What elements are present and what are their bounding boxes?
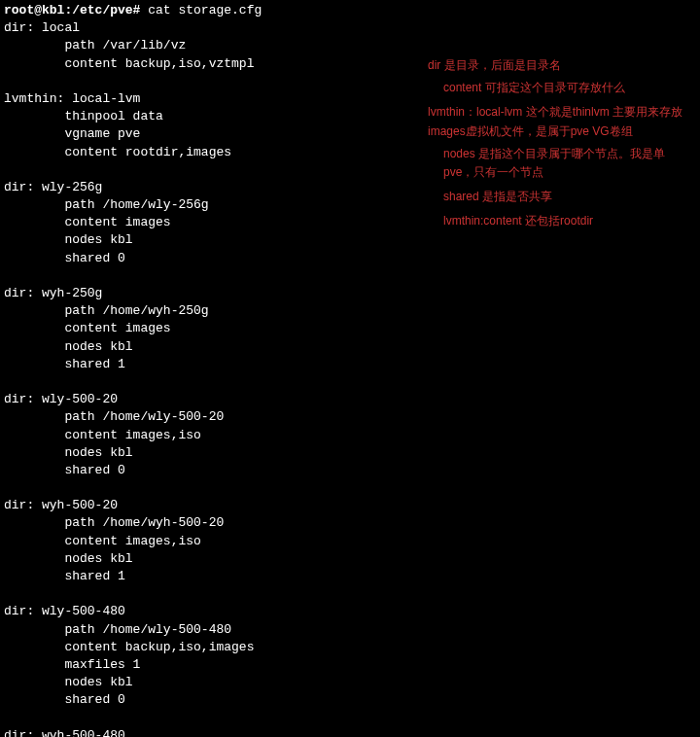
annotation-lvmthin: lvmthin：local-lvm 这个就是thinlvm 主要用来存放imag… (428, 103, 690, 140)
annotation-shared: shared 是指是否共享 (428, 188, 690, 206)
annotation-content: content 可指定这个目录可存放什么 (428, 79, 690, 97)
annotation-lvmthin-content: lvmthin:content 还包括rootdir (428, 212, 690, 230)
annotations-panel: dir 是目录，后面是目录名 content 可指定这个目录可存放什么 lvmt… (428, 56, 690, 235)
annotation-nodes: nodes 是指这个目录属于哪个节点。我是单pve，只有一个节点 (428, 145, 690, 182)
shell-prompt: root@kbl:/etc/pve# (4, 3, 148, 18)
annotation-dir: dir 是目录，后面是目录名 (428, 56, 690, 75)
